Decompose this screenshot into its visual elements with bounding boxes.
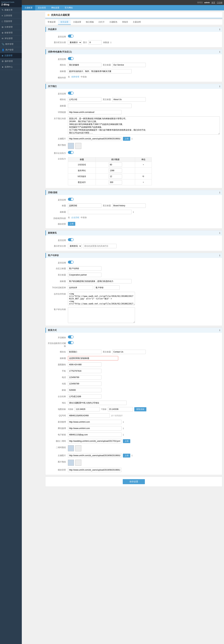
about-header[interactable]: 关于我们 ℹ: [46, 84, 222, 89]
history-upload-btn[interactable]: 上传: [68, 222, 75, 226]
nav-site-settings[interactable]: 网站设置: [48, 5, 62, 10]
sidebar-item-attachments[interactable]: 📎附件管理: [0, 42, 22, 47]
contact-sidebar-toggle[interactable]: [68, 341, 74, 344]
tab-description[interactable]: 主题说明: [130, 20, 143, 25]
contact-theme-input[interactable]: [68, 362, 102, 367]
history-en-input[interactable]: [112, 204, 146, 208]
sidebar-item-users[interactable]: 👤用户管理: [0, 47, 22, 53]
sidebar-item-themes[interactable]: ◈主题管理: [0, 53, 22, 58]
nav-theme-config[interactable]: 主题配置: [22, 5, 35, 10]
sidebar-item-comments[interactable]: ✉评论管理: [0, 36, 22, 42]
about-url-input[interactable]: [68, 110, 122, 114]
contact-header[interactable]: 联系方式 ℹ: [46, 328, 222, 333]
news-header[interactable]: 新闻资讯 ℹ: [46, 230, 222, 236]
featured-en-input[interactable]: [112, 63, 146, 67]
history-content-link[interactable]: 企业历程: [71, 216, 79, 219]
contact-find-coords-btn[interactable]: 获取坐标: [134, 407, 146, 412]
contact-en-input[interactable]: [112, 350, 146, 354]
featured-subtitle-control: [68, 69, 220, 74]
contact-addr-input[interactable]: [68, 401, 126, 405]
news-enabled-toggle[interactable]: [68, 238, 74, 241]
history-subtitle-input[interactable]: [68, 210, 132, 214]
nav-admin-home[interactable]: 后台首页: [35, 5, 48, 10]
customer-enabled-toggle[interactable]: [68, 260, 74, 264]
nav-official-site[interactable]: 官方网站: [62, 5, 76, 10]
news-category-input[interactable]: [83, 244, 116, 248]
contact-open-toggle[interactable]: [68, 336, 74, 338]
featured-module-input[interactable]: [68, 63, 102, 67]
customer-en-input[interactable]: [68, 273, 102, 277]
sidebar-item-app-center[interactable]: ★应用中心: [0, 64, 22, 70]
home-link[interactable]: 首页: [212, 1, 215, 4]
contact-email2-input[interactable]: [68, 432, 122, 437]
strength-row2-count-input[interactable]: [109, 168, 122, 173]
tab-theme[interactable]: 主题设置: [71, 20, 84, 25]
tags-icon: ⊕: [2, 32, 4, 34]
about-img-url-input[interactable]: [68, 136, 122, 141]
save-button[interactable]: 保存设置: [123, 479, 145, 484]
works-enabled-toggle[interactable]: [68, 34, 74, 38]
customer-subtitle-input[interactable]: [68, 279, 132, 284]
about-subtitle-input[interactable]: [68, 104, 132, 108]
contact-mobile-input[interactable]: [68, 369, 102, 373]
customer-tas-input[interactable]: [68, 286, 93, 290]
news-category-select[interactable]: 新闻资讯: [68, 244, 82, 248]
contact-weixin2-input[interactable]: [68, 439, 122, 443]
about-enabled-toggle[interactable]: [68, 92, 74, 94]
contact-weixin2-label: 微信二维码: [48, 439, 68, 442]
sidebar-item-new-article[interactable]: ✎新建文章: [0, 7, 22, 13]
contact-module-input[interactable]: [68, 350, 102, 354]
customer-header[interactable]: 客户与评价 ℹ: [46, 253, 222, 258]
tab-home[interactable]: 首页设置: [58, 20, 71, 25]
customer-rating-input[interactable]: [94, 286, 120, 290]
sidebar-item-plugins[interactable]: ⚙插件管理: [0, 58, 22, 64]
works-display-count-input[interactable]: [88, 40, 102, 44]
contact-qq-input[interactable]: [68, 414, 110, 418]
customer-list-textarea[interactable]: [68, 307, 135, 323]
customer-title: 客户与评价: [48, 254, 59, 257]
sidebar-item-pages[interactable]: □页面管理: [0, 18, 22, 24]
tab-general[interactable]: 常规设置: [45, 20, 58, 25]
contact-company-input[interactable]: [68, 394, 102, 399]
about-module-input[interactable]: [68, 97, 102, 102]
sidebar-item-tags[interactable]: ⊕标签管理: [0, 30, 22, 36]
featured-header[interactable]: 优势/特色服务(可自定义) ℹ: [46, 49, 222, 54]
tab-slideshow[interactable]: 幻灯片: [96, 20, 107, 25]
strength-row4-count-input[interactable]: [109, 180, 122, 184]
history-module-input[interactable]: [68, 204, 102, 208]
contact-fax-input[interactable]: [68, 382, 102, 386]
works-category-select[interactable]: 案例展示: [68, 40, 82, 44]
contact-tel-input[interactable]: [68, 375, 102, 380]
contact-wechat-input[interactable]: [68, 426, 122, 430]
strength-row3-count-input[interactable]: [109, 174, 122, 178]
works-display-header[interactable]: 作品展示 ℹ: [46, 27, 222, 32]
tab-login[interactable]: 登陆页: [120, 20, 130, 25]
contact-subtitle-input[interactable]: [68, 356, 118, 360]
contact-leftimg-input[interactable]: [68, 453, 122, 458]
featured-subtitle-input[interactable]: [68, 69, 132, 74]
strength-row1-count-input[interactable]: [109, 162, 122, 167]
contact-leftimg-upload-btn[interactable]: 上传: [123, 454, 130, 458]
about-en-input[interactable]: [112, 97, 146, 102]
about-strength-toggle[interactable]: [68, 151, 74, 154]
contact-email-input[interactable]: [68, 388, 102, 392]
tab-color[interactable]: 主题配色: [107, 20, 120, 25]
tab-standalone[interactable]: 独立模板: [84, 20, 96, 25]
history-enabled-toggle[interactable]: [68, 198, 74, 201]
about-img-upload-btn[interactable]: 上传: [123, 137, 130, 141]
customer-partner-textarea[interactable]: <img src="http://www.uweb.net.cn/upfile/…: [68, 292, 135, 305]
contact-weixin2-upload-btn[interactable]: 上传: [123, 439, 130, 443]
featured-location-link[interactable]: 优势管理: [71, 76, 79, 78]
sidebar-item-categories[interactable]: ⊞分类管理: [0, 24, 22, 30]
history-header[interactable]: 历程/流程 ℹ: [46, 190, 222, 195]
contact-y-input[interactable]: [108, 407, 133, 412]
featured-info-icon: ℹ: [219, 51, 220, 53]
customer-custom-title-input[interactable]: [68, 266, 102, 271]
logout-link[interactable]: ◎注销: [217, 1, 222, 4]
featured-enabled-toggle[interactable]: [68, 57, 74, 60]
contact-weibo-input[interactable]: [68, 420, 122, 424]
sidebar-item-articles[interactable]: ≡文章管理: [0, 13, 22, 18]
contact-x-input[interactable]: [74, 407, 100, 412]
contact-modulebg-input[interactable]: [68, 468, 122, 472]
about-content-textarea[interactable]: 某某公司，是一家高满创造力和想象力的体验创新设计管理公司。 2010年，我们开始…: [68, 116, 220, 134]
